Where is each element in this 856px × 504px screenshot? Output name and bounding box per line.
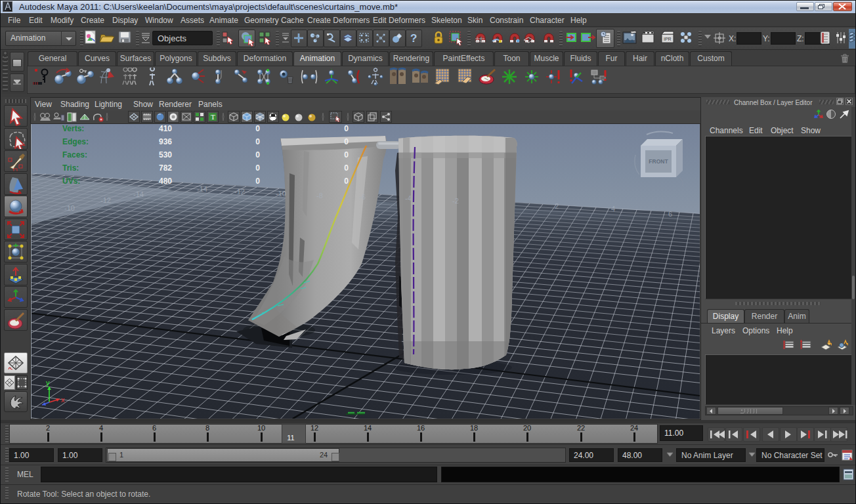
svg-text:-6: -6 bbox=[359, 193, 366, 201]
svg-text:-4: -4 bbox=[405, 194, 412, 202]
svg-text:-10: -10 bbox=[276, 190, 286, 198]
svg-text:-12: -12 bbox=[234, 188, 245, 196]
svg-text:2: 2 bbox=[555, 202, 559, 210]
svg-text:FRONT: FRONT bbox=[649, 158, 668, 165]
svg-text:T: T bbox=[211, 113, 215, 121]
svg-text:-8: -8 bbox=[316, 192, 323, 200]
svg-text:6: 6 bbox=[668, 210, 672, 218]
svg-text:IPR: IPR bbox=[664, 37, 672, 41]
svg-text:x: x bbox=[61, 396, 65, 404]
svg-text:4: 4 bbox=[611, 205, 615, 213]
svg-text:-12: -12 bbox=[100, 196, 111, 204]
svg-text:y: y bbox=[46, 379, 50, 387]
svg-text:-14: -14 bbox=[133, 190, 144, 198]
svg-text:-10: -10 bbox=[64, 204, 75, 212]
svg-text:-14: -14 bbox=[197, 185, 207, 193]
svg-text:?: ? bbox=[410, 32, 417, 44]
svg-text:-2: -2 bbox=[452, 197, 459, 205]
